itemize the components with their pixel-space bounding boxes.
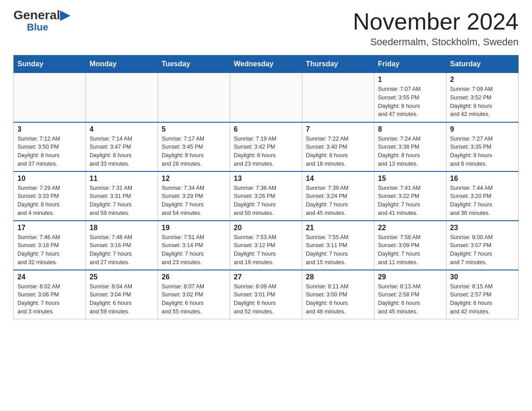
calendar-day-cell: 28Sunrise: 8:11 AMSunset: 3:00 PMDayligh… [302, 270, 374, 319]
day-info: Sunrise: 8:11 AMSunset: 3:00 PMDaylight:… [306, 283, 370, 316]
calendar-day-cell: 20Sunrise: 7:53 AMSunset: 3:12 PMDayligh… [230, 221, 302, 270]
calendar-week-row: 3Sunrise: 7:12 AMSunset: 3:50 PMDaylight… [14, 122, 519, 171]
col-sunday: Sunday [14, 56, 86, 73]
logo-general-text: General▶ [13, 9, 70, 21]
calendar-day-cell: 8Sunrise: 7:24 AMSunset: 3:38 PMDaylight… [374, 122, 446, 171]
calendar-table: Sunday Monday Tuesday Wednesday Thursday… [13, 55, 519, 319]
calendar-day-cell: 12Sunrise: 7:34 AMSunset: 3:29 PMDayligh… [158, 171, 230, 221]
day-number: 25 [90, 273, 154, 281]
day-info: Sunrise: 7:44 AMSunset: 3:20 PMDaylight:… [450, 184, 515, 218]
day-number: 18 [90, 224, 154, 232]
day-number: 16 [450, 175, 515, 183]
calendar-day-cell: 15Sunrise: 7:41 AMSunset: 3:22 PMDayligh… [374, 171, 446, 221]
col-thursday: Thursday [302, 56, 374, 73]
calendar-day-cell: 29Sunrise: 8:13 AMSunset: 2:58 PMDayligh… [374, 270, 446, 319]
calendar-day-cell [86, 73, 158, 122]
day-info: Sunrise: 7:22 AMSunset: 3:40 PMDaylight:… [306, 135, 370, 168]
title-area: November 2024 Soedermalm, Stockholm, Swe… [353, 9, 519, 48]
day-info: Sunrise: 8:09 AMSunset: 3:01 PMDaylight:… [234, 283, 298, 316]
day-info: Sunrise: 7:58 AMSunset: 3:09 PMDaylight:… [378, 233, 442, 267]
day-number: 4 [90, 125, 154, 133]
day-number: 8 [378, 125, 442, 133]
day-info: Sunrise: 7:48 AMSunset: 3:16 PMDaylight:… [90, 233, 154, 267]
calendar-day-cell: 22Sunrise: 7:58 AMSunset: 3:09 PMDayligh… [374, 221, 446, 270]
day-number: 9 [450, 125, 515, 133]
day-number: 14 [306, 175, 370, 183]
day-info: Sunrise: 8:00 AMSunset: 3:07 PMDaylight:… [450, 233, 515, 267]
day-info: Sunrise: 7:51 AMSunset: 3:14 PMDaylight:… [162, 233, 226, 267]
day-number: 19 [162, 224, 226, 232]
calendar-day-cell: 24Sunrise: 8:02 AMSunset: 3:06 PMDayligh… [14, 270, 86, 319]
month-title: November 2024 [353, 9, 519, 34]
logo-blue-text: Blue [27, 21, 48, 33]
day-number: 10 [17, 175, 82, 183]
calendar-day-cell: 9Sunrise: 7:27 AMSunset: 3:35 PMDaylight… [446, 122, 519, 171]
calendar-day-cell: 19Sunrise: 7:51 AMSunset: 3:14 PMDayligh… [158, 221, 230, 270]
day-number: 2 [450, 76, 515, 84]
day-info: Sunrise: 7:36 AMSunset: 3:26 PMDaylight:… [234, 184, 298, 218]
calendar-day-cell: 5Sunrise: 7:17 AMSunset: 3:45 PMDaylight… [158, 122, 230, 171]
day-number: 27 [234, 273, 298, 281]
day-info: Sunrise: 7:29 AMSunset: 3:33 PMDaylight:… [17, 184, 82, 218]
col-friday: Friday [374, 56, 446, 73]
calendar-day-cell: 30Sunrise: 8:15 AMSunset: 2:57 PMDayligh… [446, 270, 519, 319]
calendar-week-row: 17Sunrise: 7:46 AMSunset: 3:18 PMDayligh… [14, 221, 519, 270]
day-number: 24 [17, 273, 82, 281]
calendar-day-cell: 11Sunrise: 7:31 AMSunset: 3:31 PMDayligh… [86, 171, 158, 221]
day-info: Sunrise: 8:15 AMSunset: 2:57 PMDaylight:… [450, 283, 515, 316]
calendar-day-cell [230, 73, 302, 122]
calendar-day-cell [14, 73, 86, 122]
day-number: 26 [162, 273, 226, 281]
day-number: 28 [306, 273, 370, 281]
day-number: 29 [378, 273, 442, 281]
day-info: Sunrise: 8:02 AMSunset: 3:06 PMDaylight:… [17, 283, 82, 316]
calendar-day-cell: 14Sunrise: 7:39 AMSunset: 3:24 PMDayligh… [302, 171, 374, 221]
calendar-day-cell: 18Sunrise: 7:48 AMSunset: 3:16 PMDayligh… [86, 221, 158, 270]
day-number: 6 [234, 125, 298, 133]
day-number: 12 [162, 175, 226, 183]
day-info: Sunrise: 7:34 AMSunset: 3:29 PMDaylight:… [162, 184, 226, 218]
day-info: Sunrise: 7:46 AMSunset: 3:18 PMDaylight:… [17, 233, 82, 267]
calendar-day-cell: 6Sunrise: 7:19 AMSunset: 3:42 PMDaylight… [230, 122, 302, 171]
calendar-day-cell [158, 73, 230, 122]
day-number: 22 [378, 224, 442, 232]
day-info: Sunrise: 7:19 AMSunset: 3:42 PMDaylight:… [234, 135, 298, 168]
calendar-day-cell: 1Sunrise: 7:07 AMSunset: 3:55 PMDaylight… [374, 73, 446, 122]
day-info: Sunrise: 7:17 AMSunset: 3:45 PMDaylight:… [162, 135, 226, 168]
day-number: 30 [450, 273, 515, 281]
calendar-week-row: 1Sunrise: 7:07 AMSunset: 3:55 PMDaylight… [14, 73, 519, 122]
day-number: 7 [306, 125, 370, 133]
calendar-day-cell: 7Sunrise: 7:22 AMSunset: 3:40 PMDaylight… [302, 122, 374, 171]
day-number: 15 [378, 175, 442, 183]
day-info: Sunrise: 8:07 AMSunset: 3:02 PMDaylight:… [162, 283, 226, 316]
day-number: 23 [450, 224, 515, 232]
day-number: 21 [306, 224, 370, 232]
calendar-day-cell: 13Sunrise: 7:36 AMSunset: 3:26 PMDayligh… [230, 171, 302, 221]
col-monday: Monday [86, 56, 158, 73]
calendar-day-cell: 2Sunrise: 7:09 AMSunset: 3:52 PMDaylight… [446, 73, 519, 122]
day-info: Sunrise: 7:53 AMSunset: 3:12 PMDaylight:… [234, 233, 298, 267]
day-number: 1 [378, 76, 442, 84]
day-number: 5 [162, 125, 226, 133]
day-info: Sunrise: 7:14 AMSunset: 3:47 PMDaylight:… [90, 135, 154, 168]
day-number: 20 [234, 224, 298, 232]
day-number: 13 [234, 175, 298, 183]
calendar-day-cell: 25Sunrise: 8:04 AMSunset: 3:04 PMDayligh… [86, 270, 158, 319]
weekday-header-row: Sunday Monday Tuesday Wednesday Thursday… [14, 56, 519, 73]
calendar-day-cell: 10Sunrise: 7:29 AMSunset: 3:33 PMDayligh… [14, 171, 86, 221]
day-info: Sunrise: 8:04 AMSunset: 3:04 PMDaylight:… [90, 283, 154, 316]
day-number: 11 [90, 175, 154, 183]
day-info: Sunrise: 7:24 AMSunset: 3:38 PMDaylight:… [378, 135, 442, 168]
calendar-day-cell [302, 73, 374, 122]
day-info: Sunrise: 7:39 AMSunset: 3:24 PMDaylight:… [306, 184, 370, 218]
col-saturday: Saturday [446, 56, 519, 73]
calendar-week-row: 10Sunrise: 7:29 AMSunset: 3:33 PMDayligh… [14, 171, 519, 221]
day-info: Sunrise: 7:55 AMSunset: 3:11 PMDaylight:… [306, 233, 370, 267]
col-tuesday: Tuesday [158, 56, 230, 73]
calendar-day-cell: 17Sunrise: 7:46 AMSunset: 3:18 PMDayligh… [14, 221, 86, 270]
logo: General▶ Blue [13, 9, 70, 33]
day-info: Sunrise: 7:12 AMSunset: 3:50 PMDaylight:… [17, 135, 82, 168]
day-number: 3 [17, 125, 82, 133]
calendar-day-cell: 4Sunrise: 7:14 AMSunset: 3:47 PMDaylight… [86, 122, 158, 171]
header: General▶ Blue November 2024 Soedermalm, … [13, 9, 519, 48]
